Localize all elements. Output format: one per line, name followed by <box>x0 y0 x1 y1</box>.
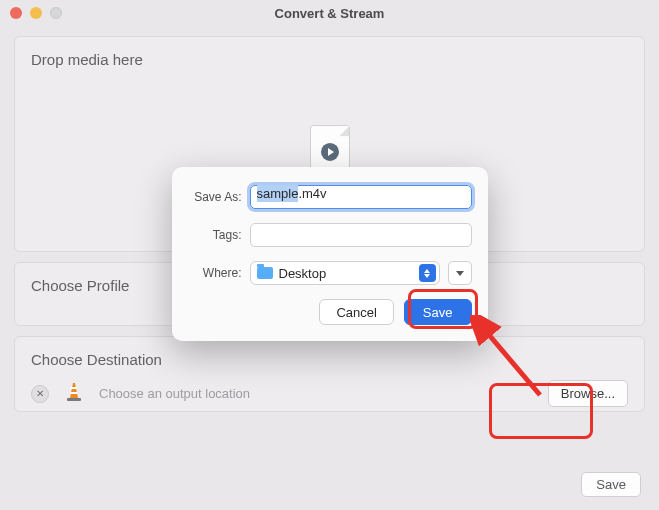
destination-placeholder: Choose an output location <box>99 386 534 401</box>
where-label: Where: <box>188 266 250 280</box>
tags-input[interactable] <box>250 223 472 247</box>
expand-where-button[interactable] <box>448 261 472 285</box>
where-value: Desktop <box>279 266 327 281</box>
tags-label: Tags: <box>188 228 250 242</box>
save-as-label: Save As: <box>188 190 250 204</box>
destination-title: Choose Destination <box>31 351 628 368</box>
footer-save-button[interactable]: Save <box>581 472 641 497</box>
svg-rect-0 <box>71 387 77 389</box>
select-stepper-icon <box>419 264 436 282</box>
window-title: Convert & Stream <box>0 6 659 21</box>
save-button[interactable]: Save <box>404 299 472 325</box>
svg-rect-1 <box>71 392 78 394</box>
choose-destination-panel: Choose Destination ✕ Choose an output lo… <box>14 336 645 412</box>
where-select[interactable]: Desktop <box>250 261 440 285</box>
save-sheet: Save As: sample.m4v Tags: Where: Desktop… <box>172 167 488 341</box>
vlc-cone-icon <box>63 381 85 407</box>
clear-destination-button[interactable]: ✕ <box>31 385 49 403</box>
folder-icon <box>257 267 273 279</box>
title-bar: Convert & Stream <box>0 0 659 26</box>
browse-button[interactable]: Browse... <box>548 380 628 407</box>
save-as-input[interactable]: sample.m4v <box>250 185 472 209</box>
svg-rect-2 <box>67 398 81 401</box>
cancel-button[interactable]: Cancel <box>319 299 393 325</box>
drop-title: Drop media here <box>31 51 628 68</box>
